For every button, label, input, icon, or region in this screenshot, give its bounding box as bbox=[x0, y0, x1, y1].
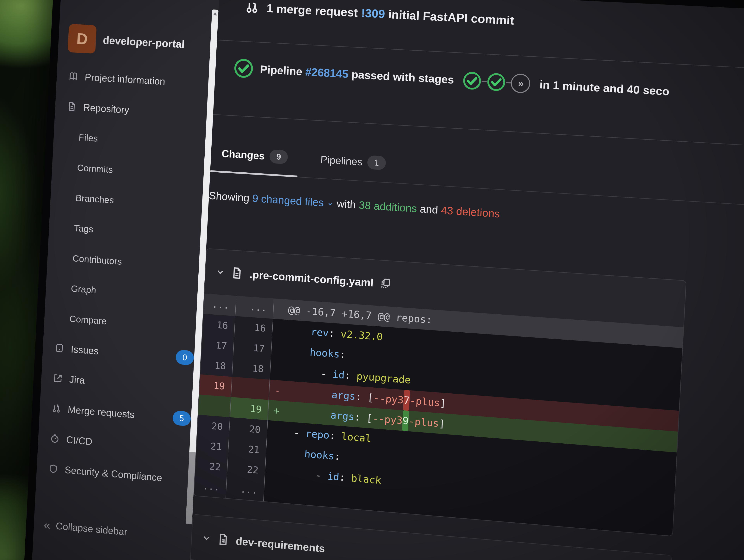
code-token: repo bbox=[305, 423, 330, 446]
sidebar-item-label: Compare bbox=[69, 313, 107, 327]
code-token: ] bbox=[439, 393, 447, 414]
stage-passed-icon[interactable] bbox=[486, 72, 507, 92]
sidebar-nav: Project information Repository Files Com… bbox=[36, 61, 209, 495]
file-name[interactable]: dev-requirements bbox=[235, 535, 325, 555]
collapse-sidebar-label: Collapse sidebar bbox=[55, 520, 128, 538]
code-token: : [ bbox=[354, 407, 373, 428]
merge-requests-count-badge: 5 bbox=[172, 410, 191, 426]
photo-background: SPATIAL WEB D developer-portal Project i… bbox=[0, 0, 744, 560]
sidebar-item-label: CI/CD bbox=[66, 434, 92, 447]
code-token: : [ bbox=[355, 386, 374, 408]
code-token: --py3 bbox=[372, 408, 403, 431]
stage-connector bbox=[482, 81, 487, 82]
sidebar-item-label: Repository bbox=[83, 102, 129, 115]
code-token: : bbox=[334, 446, 341, 467]
new-line-number[interactable]: 22 bbox=[227, 458, 266, 481]
tab-pipelines[interactable]: Pipelines 1 bbox=[309, 152, 397, 183]
old-line-number[interactable]: 21 bbox=[196, 435, 229, 458]
code-token bbox=[282, 401, 331, 425]
code-token: : bbox=[339, 467, 352, 488]
tab-count-badge: 1 bbox=[367, 155, 386, 170]
chevron-down-icon[interactable] bbox=[202, 533, 211, 543]
sidebar-item-label: Contributors bbox=[72, 253, 122, 267]
sidebar-item-label: Jira bbox=[69, 373, 85, 386]
tab-changes[interactable]: Changes 9 bbox=[210, 146, 299, 177]
stage-skipped-icon[interactable]: » bbox=[511, 73, 531, 94]
commit-title: 1 merge request !309 initial FastAPI com… bbox=[266, 1, 514, 27]
tab-count-badge: 9 bbox=[269, 149, 288, 164]
old-line-number[interactable]: 18 bbox=[200, 354, 233, 377]
project-name: developer-portal bbox=[103, 34, 185, 50]
commit-title-prefix: 1 merge request bbox=[266, 1, 361, 20]
code-token: : bbox=[329, 425, 342, 447]
new-line-number[interactable]: 16 bbox=[234, 316, 273, 339]
sidebar-item-label: Merge requests bbox=[67, 404, 135, 420]
old-line-number[interactable]: 16 bbox=[202, 314, 235, 336]
sidebar-item-label: Issues bbox=[71, 343, 99, 357]
diff-file-card: .pre-commit-config.yaml ...... @@ -16,7 … bbox=[193, 248, 686, 536]
diff-marker bbox=[270, 359, 286, 381]
sidebar-item-label: Commits bbox=[77, 162, 113, 175]
diff-marker: - bbox=[269, 380, 285, 401]
copy-path-icon[interactable] bbox=[380, 277, 392, 290]
summary-mid: with bbox=[333, 197, 359, 211]
merge-request-link[interactable]: !309 bbox=[361, 6, 385, 21]
code-token bbox=[286, 340, 310, 362]
code-token: v2.32.0 bbox=[340, 324, 383, 347]
old-line-number[interactable]: 17 bbox=[201, 334, 234, 357]
code-token bbox=[281, 421, 294, 443]
diff-marker: + bbox=[268, 400, 284, 421]
new-line-number: ... bbox=[235, 296, 274, 319]
code-token: - bbox=[320, 363, 333, 384]
file-icon bbox=[231, 267, 243, 280]
tab-label: Pipelines bbox=[320, 153, 363, 168]
main-content: Search G 1 merge request !309 initial Fa… bbox=[187, 0, 744, 560]
chevron-down-icon[interactable] bbox=[216, 267, 225, 277]
stage-passed-icon[interactable] bbox=[462, 71, 482, 91]
issues-count-badge: 0 bbox=[176, 350, 194, 366]
new-line-number: ... bbox=[226, 478, 265, 501]
new-line-number[interactable]: 18 bbox=[232, 357, 271, 380]
code-token bbox=[287, 320, 311, 342]
changed-files-dropdown[interactable]: 9 changed files ⌄ bbox=[252, 192, 334, 209]
old-line-number[interactable]: 22 bbox=[195, 455, 228, 478]
code-token: hooks bbox=[309, 342, 340, 365]
code-token: args bbox=[331, 384, 356, 407]
code-token: id bbox=[327, 466, 340, 487]
old-line-number[interactable]: 19 bbox=[199, 374, 232, 397]
summary-prefix: Showing bbox=[209, 189, 253, 204]
chevron-double-right-icon: » bbox=[518, 77, 523, 89]
gitlab-window: SPATIAL WEB D developer-portal Project i… bbox=[29, 0, 744, 560]
pipeline-stages: » bbox=[462, 71, 531, 94]
chevron-down-icon: ⌄ bbox=[327, 197, 334, 208]
new-line-number[interactable] bbox=[231, 377, 270, 400]
old-line-number[interactable] bbox=[198, 395, 231, 417]
old-line-number: ... bbox=[194, 475, 227, 498]
pipeline-duration: in 1 minute and 40 seco bbox=[539, 78, 670, 98]
pipeline-label-suffix: passed with stages bbox=[348, 68, 454, 86]
file-name[interactable]: .pre-commit-config.yaml bbox=[249, 268, 374, 289]
stage-connector bbox=[506, 82, 511, 83]
code-token: : bbox=[344, 365, 357, 386]
old-line-number: ... bbox=[203, 294, 236, 316]
new-line-number[interactable]: 19 bbox=[230, 397, 269, 420]
merge-request-icon bbox=[51, 403, 62, 414]
code-token: id bbox=[332, 364, 345, 385]
pipeline-id-link[interactable]: #268145 bbox=[305, 65, 349, 80]
code-token: --py3 bbox=[373, 387, 404, 410]
sidebar-item-label: Project information bbox=[84, 71, 165, 87]
diff-marker bbox=[272, 319, 288, 340]
merge-request-icon bbox=[245, 0, 259, 15]
diff-marker bbox=[273, 299, 289, 320]
diff-marker bbox=[265, 461, 280, 482]
sidebar-project[interactable]: D developer-portal bbox=[68, 24, 217, 60]
new-line-number[interactable]: 20 bbox=[229, 417, 268, 441]
new-line-number[interactable]: 17 bbox=[233, 336, 272, 359]
code-token bbox=[283, 381, 332, 405]
sidebar-item-label: Security & Compliance bbox=[64, 464, 162, 484]
collapse-sidebar-button[interactable]: « Collapse sidebar bbox=[33, 509, 128, 547]
ci-cd-icon bbox=[49, 433, 60, 444]
old-line-number[interactable]: 20 bbox=[197, 415, 230, 437]
new-line-number[interactable]: 21 bbox=[228, 437, 267, 461]
code-token: -plus bbox=[408, 411, 439, 434]
